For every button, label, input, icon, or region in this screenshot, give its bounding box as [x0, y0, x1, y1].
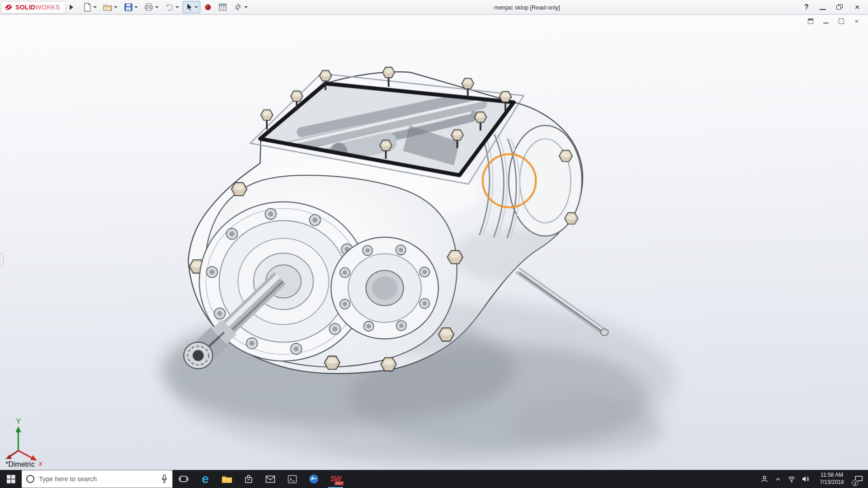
command-prompt-icon — [288, 475, 297, 483]
screen: SOLIDWORKS — [0, 0, 868, 488]
gear-icon — [233, 2, 243, 12]
network-button[interactable] — [785, 470, 798, 488]
new-document-icon — [83, 2, 92, 12]
start-button[interactable] — [0, 470, 22, 488]
window-controls: ? × — [802, 2, 868, 12]
task-view-button[interactable] — [173, 470, 194, 488]
open-document-button[interactable] — [100, 1, 120, 13]
help-button[interactable]: ? — [802, 3, 811, 11]
clock-time: 11:58 AM — [821, 472, 843, 479]
orientation-triad: Y x — [5, 418, 42, 467]
toolbar-expand-arrow-icon[interactable] — [70, 5, 73, 10]
restore-button[interactable] — [835, 2, 845, 12]
store-button[interactable] — [238, 470, 259, 488]
print-icon — [144, 2, 154, 12]
print-button[interactable] — [142, 1, 161, 13]
new-document-button[interactable] — [80, 1, 99, 13]
housing-plug-bolt — [565, 213, 578, 224]
people-icon — [760, 475, 769, 483]
chevron-up-icon — [775, 477, 781, 481]
output-flange — [331, 237, 439, 339]
action-center-button[interactable]: 3 — [852, 470, 865, 488]
dropdown-caret-icon — [114, 6, 118, 8]
graphics-viewport[interactable]: × — [0, 15, 868, 470]
dropdown-caret-icon — [244, 6, 248, 8]
brand-text: SOLIDWORKS — [15, 4, 60, 11]
titlebar: SOLIDWORKS — [0, 0, 868, 14]
solidworks-logo: SOLIDWORKS — [1, 1, 66, 14]
notification-badge: 3 — [852, 480, 858, 486]
wifi-icon — [788, 476, 796, 483]
view-orientation-label: *Dimetric — [5, 460, 35, 469]
doc-restore-button[interactable] — [837, 18, 845, 25]
options-button[interactable] — [231, 1, 250, 13]
solidworks-taskbar-button[interactable]: SW 2017 — [325, 470, 346, 488]
ds-swirl-icon — [4, 3, 13, 12]
close-button[interactable]: × — [852, 2, 863, 12]
main-toolbar — [80, 1, 250, 13]
blue-app-button[interactable] — [303, 470, 325, 488]
file-explorer-button[interactable] — [216, 470, 238, 488]
edge-icon: e — [202, 473, 209, 485]
taskbar: Type here to search e — [0, 470, 868, 488]
solidworks-icon: SW 2017 — [329, 472, 342, 486]
taskbar-search-box[interactable]: Type here to search — [22, 470, 173, 488]
system-tray: 11:58 AM 7/13/2018 3 — [758, 470, 868, 488]
dropdown-caret-icon — [155, 6, 159, 8]
dropdown-caret-icon — [134, 6, 138, 8]
command-prompt-button[interactable] — [281, 470, 303, 488]
gearbox-3d-model: Y x — [0, 15, 868, 470]
dropdown-caret-icon — [194, 6, 198, 8]
dropdown-caret-icon — [175, 6, 179, 8]
select-tool-button[interactable] — [183, 1, 200, 13]
panel-collapse-tab[interactable] — [0, 253, 4, 266]
undo-button[interactable] — [162, 1, 181, 13]
speaker-icon — [802, 475, 809, 483]
hidden-icons-button[interactable] — [771, 470, 785, 488]
doc-window-icon[interactable] — [807, 18, 815, 25]
design-table-button[interactable] — [216, 1, 230, 13]
clock[interactable]: 11:58 AM 7/13/2018 — [812, 470, 852, 488]
microphone-icon[interactable] — [161, 474, 168, 483]
edge-button[interactable]: e — [194, 470, 216, 488]
table-icon — [218, 3, 227, 12]
housing-plug-bolt — [559, 150, 572, 161]
red-sphere-icon — [204, 3, 212, 11]
xpress-tools-button[interactable] — [202, 1, 214, 13]
save-button[interactable] — [121, 1, 140, 13]
windows-logo-icon — [7, 475, 15, 483]
task-view-icon — [179, 475, 189, 483]
child-window-controls: × — [807, 18, 861, 25]
doc-minimize-button[interactable] — [822, 18, 830, 25]
undo-icon — [165, 2, 174, 12]
save-icon — [123, 2, 133, 12]
round-blue-app-icon — [309, 474, 319, 484]
dropdown-caret-icon — [93, 6, 97, 8]
volume-button[interactable] — [798, 470, 812, 488]
people-button[interactable] — [758, 470, 771, 488]
clock-date: 7/13/2018 — [820, 479, 844, 486]
minimize-button[interactable] — [817, 2, 828, 12]
doc-close-button[interactable]: × — [853, 18, 861, 25]
mail-icon — [265, 475, 275, 483]
select-cursor-icon — [185, 2, 193, 12]
document-title: menjac sklop [Read-only] — [494, 4, 560, 10]
mail-button[interactable] — [259, 470, 281, 488]
axis-x-label: x — [38, 460, 43, 467]
cortana-icon[interactable] — [26, 475, 34, 483]
open-folder-icon — [103, 2, 113, 12]
search-placeholder: Type here to search — [39, 475, 97, 483]
axis-y-label: Y — [16, 418, 21, 425]
file-explorer-icon — [222, 475, 232, 483]
store-bag-icon — [244, 474, 253, 483]
